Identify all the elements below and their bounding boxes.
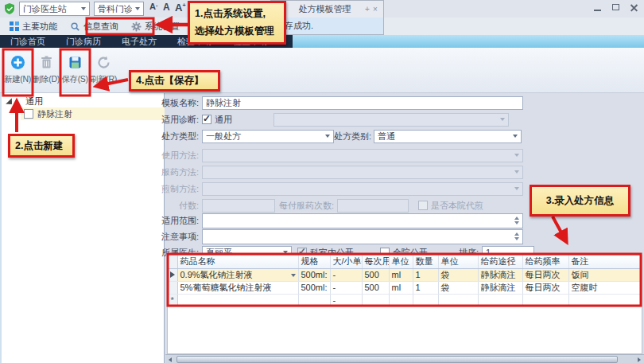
rx-class-select[interactable]: 普通 [374, 130, 522, 143]
new-button[interactable]: 新建(N) [3, 48, 32, 92]
font-increase-button[interactable]: A+ [175, 2, 185, 16]
grid-column-header[interactable]: 单位 [438, 256, 478, 268]
chevron-down-icon [81, 7, 86, 10]
grid-cell[interactable] [522, 294, 568, 306]
close-icon[interactable]: × [371, 6, 379, 14]
scroll-left-icon[interactable] [169, 357, 172, 362]
hospital-decoct-checkbox: 是否本院代煎 [418, 200, 483, 212]
chevron-down-icon[interactable] [291, 274, 296, 277]
grid-cell[interactable]: 静脉滴注 [478, 281, 522, 294]
scroll-right-icon[interactable] [638, 357, 641, 362]
save-button-label: 保存(S) [61, 74, 88, 85]
trash-icon [39, 55, 54, 70]
grid-cell[interactable]: ml [389, 268, 413, 281]
department-select[interactable]: 骨科门诊 [94, 2, 144, 16]
grid-cell[interactable]: 500ml: … [298, 268, 330, 281]
grid-cell[interactable]: 每日两次 [522, 281, 568, 294]
callout-step2: 2.点击新建 [8, 134, 75, 158]
decoction-method-label: 煎制方法: [161, 183, 199, 195]
drug-grid: 药品名称规格大/小单位每次用..单位数量单位给药途径给药频率备注0.9%氯化钠注… [167, 255, 642, 354]
grid-cell[interactable]: 500ml: … [298, 281, 330, 294]
tab-outpatient-home[interactable]: 门诊首页 [0, 35, 56, 48]
grid-cell[interactable]: 袋 [438, 281, 478, 294]
grid-column-header[interactable]: 规格 [298, 256, 330, 268]
grid-cell[interactable]: ml [389, 281, 413, 294]
grid-cell[interactable] [438, 294, 478, 306]
grid-cell[interactable]: 袋 [438, 268, 478, 281]
grid-cell[interactable]: 静脉滴注 [478, 268, 522, 281]
delete-button[interactable]: 删除(D) [32, 48, 60, 92]
grid-cell[interactable] [413, 294, 438, 306]
grid-cell[interactable]: 5%葡萄糖氯化钠注射液 [177, 281, 298, 294]
rx-type-select[interactable]: 一般处方 [202, 130, 334, 143]
menu-item-main-functions[interactable]: 主要功能 [3, 18, 64, 35]
grid-cell[interactable]: 每日两次 [522, 268, 568, 281]
grid-cell[interactable] [362, 294, 389, 306]
row-marker [168, 281, 177, 294]
current-row-marker [168, 268, 177, 281]
pin-icon[interactable]: + [363, 6, 371, 14]
spinner-icon[interactable] [514, 232, 519, 240]
grid-column-header[interactable]: 数量 [413, 256, 438, 268]
tab-medical-record[interactable]: 门诊病历 [56, 35, 111, 48]
grid-cell[interactable]: - [330, 281, 362, 294]
template-toolbar: 新建(N) 删除(D) 保存(S) 刷新(R) [0, 48, 644, 93]
grid-cell[interactable] [478, 294, 522, 306]
hospital-decoct-label: 是否本院代煎 [431, 200, 483, 212]
grid-cell[interactable]: - [330, 294, 362, 306]
refresh-button[interactable]: 刷新(R) [89, 48, 118, 92]
font-decrease-mod: - [156, 2, 157, 8]
tree-item-template[interactable]: 静脉注射 [21, 107, 165, 120]
grid-row: 5%葡萄糖氯化钠注射液500ml: …-500ml1袋静脉滴注每日两次空腹时 [168, 281, 640, 294]
grid-cell[interactable]: 1 [413, 281, 438, 294]
tree-item-checkbox[interactable] [24, 109, 33, 119]
grid-column-header[interactable]: 大/小单位 [330, 256, 362, 268]
spinner-icon[interactable] [514, 217, 519, 224]
grid-cell[interactable]: 0.9%氯化钠注射液 [177, 268, 298, 281]
grid-column-header[interactable]: 给药途径 [478, 256, 522, 268]
grid-cell[interactable]: 空腹时 [568, 281, 640, 294]
grid-cell[interactable] [568, 294, 640, 306]
doses-label: 付数: [161, 200, 199, 212]
minimize-button[interactable] [592, 3, 603, 13]
grid-cell[interactable] [389, 294, 413, 306]
grid-cell[interactable] [298, 294, 330, 306]
station-select[interactable]: 门诊医生站 [19, 2, 90, 16]
chevron-down-icon [500, 118, 505, 121]
save-button[interactable]: 保存(S) [60, 48, 89, 92]
template-name-input[interactable]: 静脉注射 [202, 96, 523, 110]
tree-group-general[interactable]: 通用 [2, 95, 165, 107]
grid-column-header[interactable]: 给药频率 [522, 256, 568, 268]
grid-cell[interactable]: - [330, 268, 362, 281]
gear-icon [131, 21, 142, 32]
scope-input[interactable] [202, 213, 523, 228]
grid-column-header[interactable]: 备注 [568, 256, 640, 268]
chevron-down-icon [325, 135, 330, 138]
notes-label: 注意事项: [161, 231, 199, 243]
menu-item-system-settings[interactable]: 系统设置 [125, 18, 186, 35]
maximize-button[interactable] [611, 3, 621, 13]
grid-cell[interactable] [177, 294, 298, 306]
scope-label: 适用范围: [161, 215, 199, 227]
grid-column-header[interactable]: 单位 [389, 256, 413, 268]
font-normal-button[interactable]: A [163, 2, 170, 16]
font-decrease-label: A [149, 2, 156, 11]
diagnosis-general-checkbox[interactable]: 通用 [202, 114, 232, 126]
grid-cell[interactable]: 500 [362, 268, 389, 281]
grid-cell[interactable]: 1 [413, 268, 438, 281]
chevron-down-icon [514, 187, 519, 190]
decorative-strip [293, 35, 644, 48]
grid-cell[interactable]: 500 [362, 281, 389, 294]
grid-cell[interactable]: 饭间 [568, 268, 640, 281]
tab-e-prescription[interactable]: 电子处方 [111, 35, 167, 48]
horizontal-scrollbar[interactable] [165, 354, 644, 363]
grid-column-header[interactable]: 药品名称 [177, 256, 298, 268]
scrollbar-thumb[interactable] [177, 356, 618, 363]
font-decrease-button[interactable]: A- [149, 2, 157, 16]
close-button[interactable] [629, 3, 639, 13]
expander-icon[interactable] [6, 98, 12, 104]
menu-item-info-query[interactable]: 信息查询 [64, 18, 125, 35]
new-button-label: 新建(N) [4, 74, 31, 85]
grid-column-header[interactable]: 每次用.. [362, 256, 389, 268]
notes-input[interactable] [202, 229, 523, 244]
